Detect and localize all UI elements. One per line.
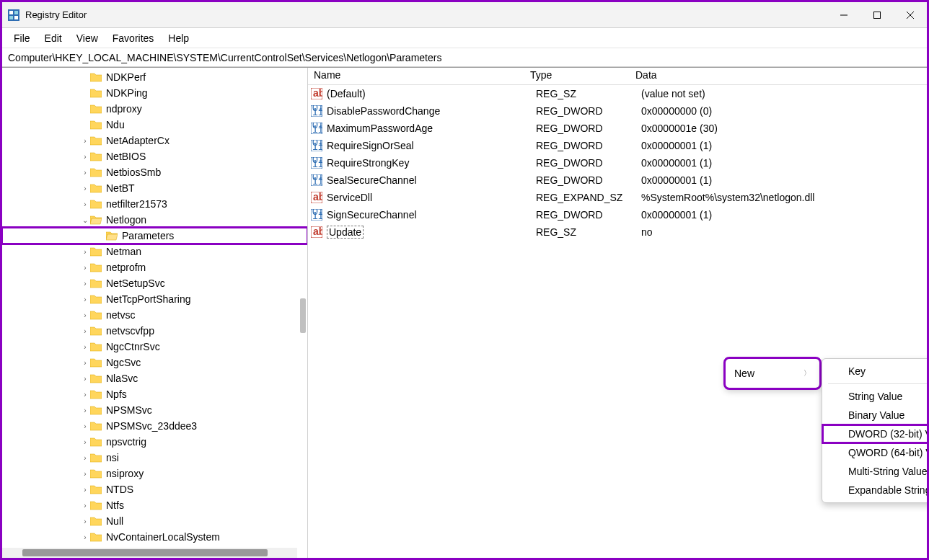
chevron-down-icon[interactable]: ⌄: [80, 216, 90, 224]
tree-item[interactable]: ›NvContainerLocalSystem: [2, 529, 307, 545]
cell-data: 0x00000001 (1): [641, 157, 927, 169]
chevron-right-icon[interactable]: ›: [80, 169, 90, 177]
tree-item[interactable]: ›Null: [2, 513, 307, 529]
minimize-button[interactable]: [827, 2, 860, 28]
context-menu-new[interactable]: New 〉: [726, 362, 819, 385]
context-submenu-item[interactable]: Expandable String Value: [822, 481, 927, 499]
tree-item[interactable]: ›netvsc: [2, 307, 307, 323]
chevron-right-icon[interactable]: ›: [80, 280, 90, 288]
list-row[interactable]: RequireSignOrSealREG_DWORD0x00000001 (1): [308, 137, 927, 154]
chevron-right-icon[interactable]: ›: [80, 438, 90, 446]
tree-item[interactable]: ›NetTcpPortSharing: [2, 291, 307, 307]
tree-pane[interactable]: NDKPerfNDKPingndproxyNdu›NetAdapterCx›Ne…: [2, 68, 308, 558]
chevron-right-icon[interactable]: ›: [80, 391, 90, 399]
close-button[interactable]: [894, 2, 927, 28]
chevron-right-icon[interactable]: ›: [80, 517, 90, 525]
column-type[interactable]: Type: [524, 68, 630, 84]
tree-item[interactable]: ›NetSetupSvc: [2, 275, 307, 291]
tree-item[interactable]: ›NetBIOS: [2, 148, 307, 164]
folder-icon: [90, 516, 102, 526]
chevron-right-icon[interactable]: ›: [80, 200, 90, 208]
tree-item[interactable]: ›NTDS: [2, 481, 307, 497]
menu-help[interactable]: Help: [161, 30, 196, 46]
chevron-right-icon[interactable]: ›: [80, 470, 90, 478]
list-row[interactable]: (Default)REG_SZ(value not set): [308, 85, 927, 102]
horizontal-scrollbar[interactable]: [2, 548, 297, 558]
tree-item[interactable]: ›NgcCtnrSvc: [2, 339, 307, 355]
column-data[interactable]: Data: [630, 68, 927, 84]
folder-icon: [90, 183, 102, 193]
value-name: RequireStrongKey: [327, 157, 409, 169]
context-submenu-item[interactable]: QWORD (64-bit) Value: [822, 443, 927, 462]
chevron-right-icon[interactable]: ›: [80, 359, 90, 367]
chevron-right-icon[interactable]: ›: [80, 422, 90, 430]
chevron-right-icon[interactable]: ›: [80, 153, 90, 161]
vertical-scrollbar-thumb[interactable]: [300, 298, 306, 333]
chevron-right-icon[interactable]: ›: [80, 406, 90, 414]
chevron-right-icon[interactable]: ›: [80, 327, 90, 335]
tree-item[interactable]: ›NPSMSvc_23ddee3: [2, 418, 307, 434]
chevron-right-icon[interactable]: ›: [80, 486, 90, 494]
cell-type: REG_DWORD: [536, 123, 641, 134]
list-row[interactable]: RequireStrongKeyREG_DWORD0x00000001 (1): [308, 154, 927, 172]
list-row[interactable]: SignSecureChannelREG_DWORD0x00000001 (1): [308, 206, 927, 223]
maximize-button[interactable]: [860, 2, 894, 28]
context-submenu-item[interactable]: DWORD (32-bit) Value: [822, 425, 927, 443]
horizontal-scrollbar-thumb[interactable]: [22, 549, 268, 556]
context-submenu-item[interactable]: Key: [822, 362, 927, 381]
folder-open-icon: [106, 231, 118, 241]
list-row[interactable]: MaximumPasswordAgeREG_DWORD0x0000001e (3…: [308, 120, 927, 137]
tree-item[interactable]: Parameters: [2, 228, 307, 244]
tree-item[interactable]: ›NlaSvc: [2, 370, 307, 386]
chevron-right-icon[interactable]: ›: [80, 375, 90, 383]
tree-item[interactable]: NDKPing: [2, 85, 307, 101]
tree-item[interactable]: ›netvscvfpp: [2, 323, 307, 339]
folder-icon: [90, 373, 102, 383]
tree-item[interactable]: ›NetbiosSmb: [2, 164, 307, 180]
chevron-right-icon[interactable]: ›: [80, 502, 90, 510]
tree-item[interactable]: ›NgcSvc: [2, 355, 307, 370]
chevron-right-icon[interactable]: ›: [80, 454, 90, 462]
list-pane[interactable]: Name Type Data (Default)REG_SZ(value not…: [308, 68, 927, 558]
chevron-right-icon[interactable]: ›: [80, 343, 90, 351]
tree-item[interactable]: ndproxy: [2, 101, 307, 117]
tree-item[interactable]: ›netprofm: [2, 259, 307, 275]
tree-item[interactable]: ›nsi: [2, 450, 307, 466]
tree-item[interactable]: ›npsvctrig: [2, 434, 307, 450]
list-row[interactable]: UpdateREG_SZno: [308, 223, 927, 241]
menu-edit[interactable]: Edit: [38, 30, 69, 46]
tree-item[interactable]: Ndu: [2, 117, 307, 133]
context-submenu-item[interactable]: Multi-String Value: [822, 462, 927, 481]
menu-favorites[interactable]: Favorites: [105, 30, 162, 46]
tree-item[interactable]: ›NetAdapterCx: [2, 133, 307, 148]
chevron-right-icon[interactable]: ›: [80, 311, 90, 319]
column-name[interactable]: Name: [308, 68, 524, 84]
address-bar[interactable]: Computer\HKEY_LOCAL_MACHINE\SYSTEM\Curre…: [2, 48, 927, 67]
folder-icon: [90, 151, 102, 161]
list-row[interactable]: SealSecureChannelREG_DWORD0x00000001 (1): [308, 172, 927, 189]
chevron-right-icon[interactable]: ›: [80, 137, 90, 145]
tree-item[interactable]: ›Netman: [2, 244, 307, 259]
tree-item[interactable]: ›NetBT: [2, 180, 307, 196]
menu-file[interactable]: File: [6, 30, 38, 46]
context-submenu-item[interactable]: String Value: [822, 387, 927, 406]
chevron-right-icon[interactable]: ›: [80, 264, 90, 272]
chevron-right-icon[interactable]: ›: [80, 295, 90, 303]
chevron-right-icon[interactable]: ›: [80, 248, 90, 256]
list-row[interactable]: DisablePasswordChangeREG_DWORD0x00000000…: [308, 102, 927, 120]
tree-item[interactable]: ›Npfs: [2, 386, 307, 402]
tree-item[interactable]: ›nsiproxy: [2, 466, 307, 481]
value-name: SignSecureChannel: [327, 209, 417, 221]
tree-item[interactable]: ⌄Netlogon: [2, 212, 307, 228]
menu-view[interactable]: View: [69, 30, 105, 46]
tree-item[interactable]: ›netfilter21573: [2, 196, 307, 212]
chevron-right-icon[interactable]: ›: [80, 185, 90, 192]
tree-item[interactable]: ›Ntfs: [2, 497, 307, 513]
tree-item[interactable]: ›NPSMSvc: [2, 402, 307, 418]
tree-item-label: netfilter21573: [106, 198, 167, 210]
list-row[interactable]: ServiceDllREG_EXPAND_SZ%SystemRoot%\syst…: [308, 189, 927, 206]
context-submenu-item[interactable]: Binary Value: [822, 406, 927, 425]
chevron-right-icon[interactable]: ›: [80, 533, 90, 541]
tree-item[interactable]: NDKPerf: [2, 69, 307, 85]
menu-bar: FileEditViewFavoritesHelp: [2, 28, 927, 48]
